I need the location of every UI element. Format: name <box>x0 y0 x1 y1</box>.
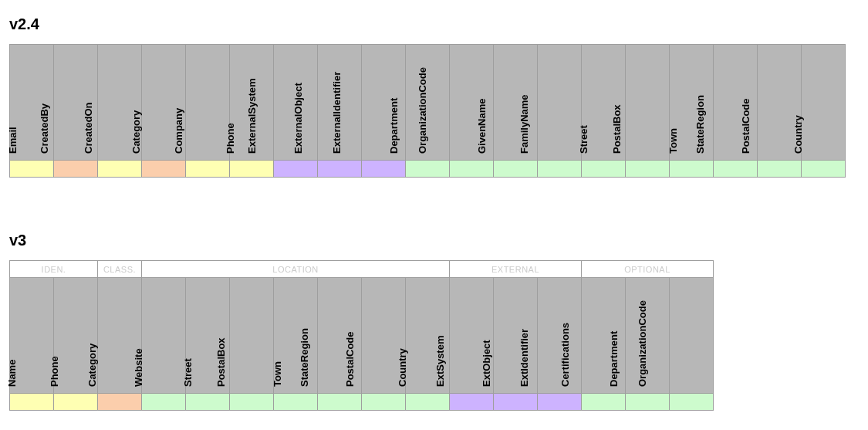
sections.v3-header-label: ExtSystem <box>434 336 446 387</box>
section-title-v3: v3 <box>9 232 859 249</box>
sections.v24-color-cell <box>362 161 406 178</box>
sections.v24-header-label: StateRegion <box>694 95 706 154</box>
sections.v3-color-cell <box>450 394 494 411</box>
sections.v3-color-cell <box>582 394 626 411</box>
sections.v3-color-cell <box>186 394 230 411</box>
sections.v3-color-cell <box>98 394 142 411</box>
sections.v24-color-cell <box>802 161 846 178</box>
sections.v24-color-cell <box>450 161 494 178</box>
sections.v24-header-label: GivenName <box>476 98 488 154</box>
sections.v24-header-label: Company <box>173 108 184 154</box>
sections.v24-header-label: ExternalIdentifier <box>331 72 343 154</box>
sections.v3-group-cell: CLASS. <box>98 261 142 278</box>
sections.v24-color-cell <box>318 161 362 178</box>
sections.v3-color-cell <box>494 394 538 411</box>
sections.v24-header-cell: FamilyName <box>538 45 582 161</box>
sections.v24-header-cell: Country <box>802 45 846 161</box>
sections.v3-color-cell <box>362 394 406 411</box>
sections.v24-color-cell <box>10 161 54 178</box>
sections.v24-color-cell <box>98 161 142 178</box>
sections.v24-color-cell <box>274 161 318 178</box>
sections.v24-header-cell: Company <box>186 45 230 161</box>
sections.v3-header-label: ExtIdentifier <box>518 329 530 387</box>
sections.v24-header-label: CreatedOn <box>83 103 94 154</box>
sections.v3-header-cell: Name <box>10 278 54 394</box>
sections.v24-header-cell: PostalBox <box>626 45 670 161</box>
sections.v3-color-cell <box>274 394 318 411</box>
sections.v24-header-label: FamilyName <box>518 94 530 154</box>
section-title-v24: v2.4 <box>9 15 859 33</box>
sections.v3-header-label: Category <box>86 344 98 387</box>
sections.v24-color-cell <box>230 161 274 178</box>
sections.v24-header-label: Department <box>388 98 400 154</box>
sections.v3-group-cell: EXTERNAL <box>450 261 582 278</box>
sections.v3-header-cell: Town <box>274 278 318 394</box>
sections.v24-header-label: Country <box>792 115 804 154</box>
sections.v24-color-cell <box>714 161 758 178</box>
sections.v24-color-cell <box>670 161 714 178</box>
sections.v24-color-cell <box>186 161 230 178</box>
sections.v24-header-label: ExternalSystem <box>246 78 258 154</box>
sections.v3-color-cell <box>406 394 450 411</box>
sections.v3-header-label: StateRegion <box>299 328 310 387</box>
sections.v24-header-label: PostalBox <box>611 104 623 154</box>
sections.v24-color-cell <box>626 161 670 178</box>
sections.v3-header-cell: OrganizationCode <box>670 278 714 394</box>
sections.v24-header-label: Category <box>130 110 142 154</box>
sections.v3-header-label: Website <box>133 348 144 387</box>
sections.v3-group-cell: LOCATION <box>142 261 450 278</box>
sections.v3-color-cell <box>670 394 714 411</box>
sections.v24-header-cell: Town <box>670 45 714 161</box>
sections.v24-header-label: OrganizationCode <box>417 67 428 154</box>
sections.v24-header-label: Street <box>578 125 589 154</box>
sections.v3-group-cell: IDEN. <box>10 261 98 278</box>
sections.v3-color-cell <box>10 394 54 411</box>
sections.v3-header-label: PostalCode <box>344 331 356 387</box>
sections.v3-header-label: Department <box>608 331 620 387</box>
sections.v3-header-label: Name <box>6 360 18 387</box>
sections.v24-header-cell: GivenName <box>494 45 538 161</box>
sections.v24-color-cell <box>538 161 582 178</box>
sections.v3-color-cell <box>142 394 186 411</box>
sections.v24-header-label: ExternalObject <box>292 83 304 154</box>
sections.v3-header-label: PostalBox <box>215 337 227 387</box>
sections.v3-header-cell: Website <box>142 278 186 394</box>
sections.v24-header-label: CreatedBy <box>39 103 50 154</box>
sections.v3-header-label: Certifications <box>559 323 571 387</box>
sections.v3-color-cell <box>318 394 362 411</box>
sections.v3-header-label: Street <box>182 358 194 387</box>
sections.v3-header-label: Town <box>272 361 283 387</box>
sections.v3-header-label: OrganizationCode <box>637 300 648 387</box>
sections.v24-color-cell <box>54 161 98 178</box>
sections.v3-header-label: Country <box>397 348 408 387</box>
sections.v3-color-cell <box>230 394 274 411</box>
schema-table-v24: EmailCreatedByCreatedOnCategoryCompanyPh… <box>9 44 859 178</box>
schema-table-v3: IDEN.CLASS.LOCATIONEXTERNALOPTIONAL Name… <box>9 260 859 411</box>
sections.v3-header-cell: PostalBox <box>230 278 274 394</box>
sections.v3-color-cell <box>626 394 670 411</box>
sections.v3-color-cell <box>538 394 582 411</box>
sections.v24-color-cell <box>758 161 802 178</box>
sections.v3-group-cell: OPTIONAL <box>582 261 714 278</box>
sections.v24-header-label: Town <box>667 128 679 154</box>
sections.v3-header-cell: ExtObject <box>494 278 538 394</box>
sections.v3-header-label: ExtObject <box>481 340 492 387</box>
sections.v24-header-label: Email <box>7 127 19 154</box>
sections.v24-color-cell <box>406 161 450 178</box>
sections.v3-header-label: Phone <box>49 356 60 387</box>
sections.v24-header-label: Phone <box>225 123 236 154</box>
sections.v3-color-cell <box>54 394 98 411</box>
sections.v24-color-cell <box>582 161 626 178</box>
sections.v24-color-cell <box>494 161 538 178</box>
sections.v24-color-cell <box>142 161 186 178</box>
sections.v24-header-label: PostalCode <box>740 98 751 154</box>
